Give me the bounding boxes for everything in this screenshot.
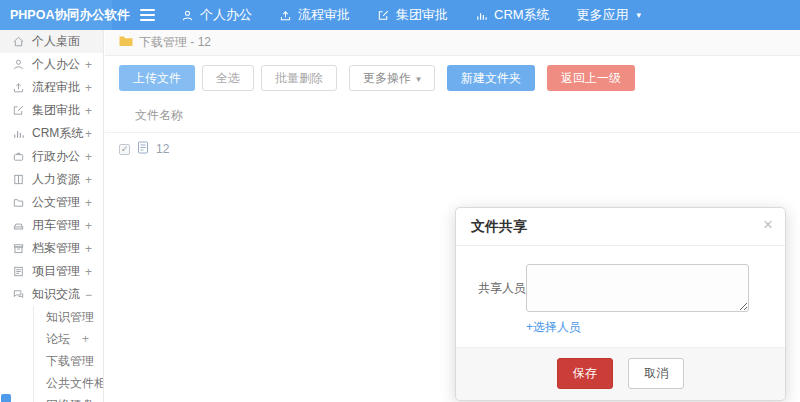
- nav-more-apps[interactable]: 更多应用 ▾: [577, 6, 642, 24]
- file-row[interactable]: ✓ 12: [105, 133, 800, 165]
- folder-icon: [119, 35, 133, 50]
- file-name[interactable]: 12: [156, 142, 169, 156]
- clipboard-icon: [12, 265, 26, 278]
- flow-share-icon: [12, 81, 26, 94]
- sidebar-item-vehicle-mgmt[interactable]: 用车管理 +: [0, 214, 103, 237]
- sidebar-item-knowledge-exchange[interactable]: 知识交流 −: [0, 283, 103, 306]
- expand-plus[interactable]: +: [85, 173, 92, 187]
- breadcrumb: 下载管理 - 12: [105, 30, 800, 56]
- expand-plus[interactable]: +: [85, 104, 92, 118]
- edit-icon: [377, 9, 390, 22]
- nav-workflow-approval[interactable]: 流程审批: [279, 6, 350, 24]
- sidebar-submenu-knowledge: 知识管理 论坛 + 下载管理 公共文件柜 网络硬盘: [33, 306, 103, 402]
- file-icon: [137, 141, 149, 157]
- sidebar-item-hr[interactable]: 人力资源 +: [0, 168, 103, 191]
- expand-plus[interactable]: +: [82, 332, 89, 346]
- dialog-title: 文件共享: [471, 218, 527, 234]
- expand-plus[interactable]: +: [85, 219, 92, 233]
- expand-plus[interactable]: +: [85, 150, 92, 164]
- expand-plus[interactable]: +: [85, 242, 92, 256]
- car-icon: [12, 219, 26, 232]
- sidebar-subitem-network-disk[interactable]: 网络硬盘: [34, 394, 103, 402]
- expand-plus[interactable]: +: [85, 196, 92, 210]
- expand-plus[interactable]: +: [85, 127, 92, 141]
- sidebar-item-admin-office[interactable]: 行政办公 +: [0, 145, 103, 168]
- expand-plus[interactable]: +: [85, 81, 92, 95]
- new-folder-button[interactable]: 新建文件夹: [447, 65, 535, 91]
- batch-delete-button[interactable]: 批量删除: [261, 65, 337, 91]
- save-button[interactable]: 保存: [557, 358, 613, 389]
- sidebar-subitem-public-file-cabinet[interactable]: 公共文件柜: [34, 372, 103, 394]
- nav-label: 个人办公: [200, 6, 252, 24]
- share-people-label: 共享人员: [478, 280, 526, 297]
- nav-group-approval[interactable]: 集团审批: [377, 6, 448, 24]
- sidebar-subitem-download-mgmt[interactable]: 下载管理: [34, 350, 103, 372]
- file-list-header: 文件名称: [105, 100, 800, 133]
- app-logo: PHPOA协同办公软件: [0, 0, 112, 30]
- more-actions-dropdown[interactable]: 更多操作 ▾: [349, 65, 435, 91]
- app-window: PHPOA协同办公软件 个人办公 流程审批 集团审批: [0, 0, 800, 402]
- sidebar-item-group-approval[interactable]: 集团审批 +: [0, 99, 103, 122]
- edit-icon: [12, 104, 26, 117]
- toolbar: 上传文件 全选 批量删除 更多操作 ▾ 新建文件夹 返回上一级: [105, 56, 800, 100]
- top-nav: PHPOA协同办公软件 个人办公 流程审批 集团审批: [0, 0, 800, 30]
- dialog-body: 共享人员 +选择人员: [456, 246, 785, 347]
- nav-crm[interactable]: CRM系统: [475, 6, 550, 24]
- sidebar-item-archive-mgmt[interactable]: 档案管理 +: [0, 237, 103, 260]
- caret-down-icon: ▾: [637, 11, 642, 20]
- nav-label: 流程审批: [298, 6, 350, 24]
- archive-icon: [12, 242, 26, 255]
- sidebar-menu: 个人桌面 个人办公 + 流程审批 + 集团审批 + CRM系统 +: [0, 30, 103, 306]
- floating-widget[interactable]: [1, 394, 11, 402]
- select-people-link[interactable]: +选择人员: [526, 319, 581, 336]
- dialog-footer: 保存 取消: [456, 347, 785, 400]
- collapse-minus[interactable]: −: [85, 288, 92, 302]
- home-icon: [12, 35, 26, 48]
- user-icon: [12, 58, 26, 71]
- sidebar-item-project-mgmt[interactable]: 项目管理 +: [0, 260, 103, 283]
- file-share-dialog: 文件共享 × 共享人员 +选择人员 保存 取消: [455, 207, 786, 401]
- upload-file-button[interactable]: 上传文件: [119, 65, 195, 91]
- chart-icon: [12, 127, 26, 140]
- sidebar-item-workflow-approval[interactable]: 流程审批 +: [0, 76, 103, 99]
- nav-label: 更多应用: [577, 6, 629, 24]
- sidebar-item-crm[interactable]: CRM系统 +: [0, 122, 103, 145]
- nav-personal-office[interactable]: 个人办公: [181, 6, 252, 24]
- book-icon: [12, 173, 26, 186]
- expand-plus[interactable]: +: [85, 58, 92, 72]
- share-people-textarea[interactable]: [526, 264, 749, 312]
- sidebar-subitem-knowledge-mgmt[interactable]: 知识管理: [34, 306, 103, 328]
- row-checkbox-checked[interactable]: ✓: [119, 144, 130, 155]
- sidebar-item-personal-office[interactable]: 个人办公 +: [0, 53, 103, 76]
- chat-icon: [12, 288, 26, 301]
- breadcrumb-text: 下载管理 - 12: [139, 34, 211, 51]
- select-all-button[interactable]: 全选: [202, 65, 254, 91]
- menu-toggle-icon[interactable]: [140, 9, 155, 21]
- top-menu: 个人办公 流程审批 集团审批 CRM系统 更多应用: [181, 6, 641, 24]
- sidebar-item-document-mgmt[interactable]: 公文管理 +: [0, 191, 103, 214]
- sidebar-item-personal-desktop[interactable]: 个人桌面: [0, 30, 103, 53]
- sidebar-subitem-forum[interactable]: 论坛 +: [34, 328, 103, 350]
- expand-plus[interactable]: +: [85, 265, 92, 279]
- folder-icon: [12, 196, 26, 209]
- flow-share-icon: [279, 9, 292, 22]
- sidebar: 个人桌面 个人办公 + 流程审批 + 集团审批 + CRM系统 +: [0, 30, 104, 402]
- nav-label: 集团审批: [396, 6, 448, 24]
- nav-label: CRM系统: [494, 6, 550, 24]
- dialog-header: 文件共享 ×: [456, 208, 785, 246]
- user-icon: [181, 9, 194, 22]
- close-icon[interactable]: ×: [763, 215, 773, 235]
- back-up-level-button[interactable]: 返回上一级: [547, 65, 635, 91]
- briefcase-icon: [12, 150, 26, 163]
- chart-icon: [475, 9, 488, 22]
- cancel-button[interactable]: 取消: [628, 358, 684, 389]
- caret-down-icon: ▾: [416, 74, 421, 84]
